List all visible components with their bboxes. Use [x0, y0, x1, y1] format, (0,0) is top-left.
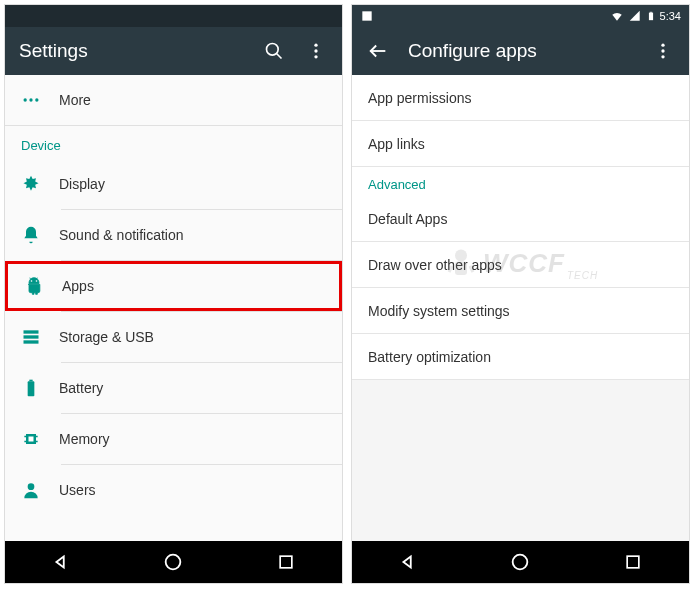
list-item-display[interactable]: Display	[5, 159, 342, 209]
svg-point-22	[166, 555, 181, 570]
list-item-users[interactable]: Users	[5, 465, 342, 515]
svg-point-7	[35, 98, 38, 101]
config-item-default-apps[interactable]: Default Apps	[352, 196, 689, 242]
nav-back-icon[interactable]	[47, 548, 75, 576]
config-item-label: Draw over other apps	[368, 257, 502, 273]
section-header-advanced: Advanced	[352, 167, 689, 196]
svg-rect-25	[648, 13, 652, 21]
svg-rect-14	[29, 380, 32, 382]
screenshot-icon	[360, 9, 374, 23]
storage-icon	[21, 327, 59, 347]
back-arrow-icon[interactable]	[366, 39, 390, 63]
svg-point-5	[24, 98, 27, 101]
memory-icon	[21, 429, 59, 449]
svg-rect-11	[24, 335, 39, 338]
config-item-label: Default Apps	[368, 211, 447, 227]
config-item-permissions[interactable]: App permissions	[352, 75, 689, 121]
svg-line-1	[277, 54, 282, 59]
bell-icon	[21, 225, 59, 245]
list-item-memory[interactable]: Memory	[5, 414, 342, 464]
more-vert-icon[interactable]	[651, 39, 675, 63]
svg-point-35	[513, 555, 528, 570]
svg-rect-24	[362, 11, 371, 20]
svg-rect-12	[24, 340, 39, 343]
svg-point-8	[31, 280, 33, 282]
wifi-icon	[610, 9, 624, 23]
more-horiz-icon	[21, 90, 59, 110]
android-icon	[24, 276, 62, 296]
svg-rect-26	[649, 12, 652, 13]
search-icon[interactable]	[262, 39, 286, 63]
svg-point-6	[29, 98, 32, 101]
list-item-label: Apps	[62, 278, 94, 294]
settings-list: More Device Display Sound & notification…	[5, 75, 342, 541]
nav-recent-icon[interactable]	[619, 548, 647, 576]
nav-bar	[352, 541, 689, 583]
svg-point-0	[267, 44, 279, 56]
status-bar: 5:34	[352, 5, 689, 27]
svg-rect-23	[280, 556, 292, 568]
status-bar	[5, 5, 342, 27]
section-header-device: Device	[5, 126, 342, 159]
more-vert-icon[interactable]	[304, 39, 328, 63]
svg-point-9	[36, 280, 38, 282]
battery-icon	[21, 378, 59, 398]
list-item-apps[interactable]: Apps	[5, 261, 342, 311]
nav-home-icon[interactable]	[506, 548, 534, 576]
svg-point-3	[314, 49, 317, 52]
configure-list: App permissions App links Advanced Defau…	[352, 75, 689, 541]
svg-point-28	[661, 44, 664, 47]
list-item-more[interactable]: More	[5, 75, 342, 125]
svg-point-30	[661, 55, 664, 58]
list-item-label: Memory	[59, 431, 110, 447]
config-item-label: App permissions	[368, 90, 472, 106]
config-item-label: Battery optimization	[368, 349, 491, 365]
list-item-label: Users	[59, 482, 96, 498]
config-item-draw-over[interactable]: Draw over other apps	[352, 242, 689, 288]
config-item-modify-system[interactable]: Modify system settings	[352, 288, 689, 334]
person-icon	[21, 480, 59, 500]
list-item-label: Sound & notification	[59, 227, 184, 243]
settings-appbar: Settings	[5, 27, 342, 75]
configure-appbar: Configure apps	[352, 27, 689, 75]
list-item-label: More	[59, 92, 91, 108]
signal-icon	[628, 9, 642, 23]
nav-back-icon[interactable]	[394, 548, 422, 576]
config-item-battery-opt[interactable]: Battery optimization	[352, 334, 689, 380]
appbar-title: Configure apps	[408, 40, 633, 62]
svg-point-2	[314, 44, 317, 47]
config-item-label: Modify system settings	[368, 303, 510, 319]
battery-status-icon	[646, 9, 656, 23]
appbar-title: Settings	[19, 40, 244, 62]
svg-point-29	[661, 49, 664, 52]
list-item-label: Battery	[59, 380, 103, 396]
phone-left-settings: Settings More Device Display Sound	[4, 4, 343, 584]
svg-rect-10	[24, 330, 39, 333]
brightness-icon	[21, 174, 59, 194]
config-item-label: App links	[368, 136, 425, 152]
status-time: 5:34	[660, 10, 681, 22]
svg-point-4	[314, 55, 317, 58]
nav-recent-icon[interactable]	[272, 548, 300, 576]
svg-point-21	[28, 483, 35, 490]
list-item-sound[interactable]: Sound & notification	[5, 210, 342, 260]
nav-bar	[5, 541, 342, 583]
nav-home-icon[interactable]	[159, 548, 187, 576]
phone-right-configure: 5:34 Configure apps App permissions App …	[351, 4, 690, 584]
list-item-battery[interactable]: Battery	[5, 363, 342, 413]
list-item-label: Display	[59, 176, 105, 192]
svg-rect-13	[28, 381, 35, 396]
svg-rect-36	[627, 556, 639, 568]
svg-rect-16	[29, 437, 34, 442]
list-item-storage[interactable]: Storage & USB	[5, 312, 342, 362]
config-item-links[interactable]: App links	[352, 121, 689, 167]
list-item-label: Storage & USB	[59, 329, 154, 345]
